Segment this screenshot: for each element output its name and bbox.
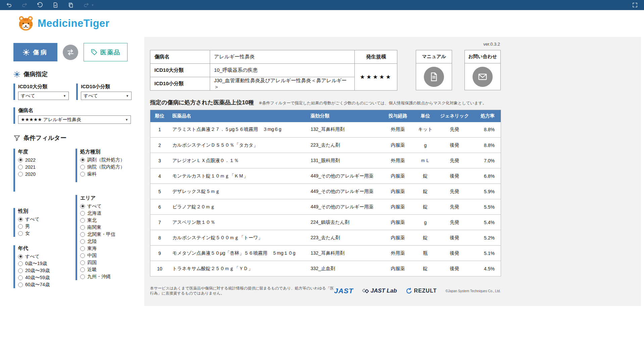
radio-option[interactable]: 東北	[80, 217, 134, 224]
redo-menu[interactable]: ▼	[83, 1, 94, 9]
disease-name-select[interactable]: ★★★★★ アレルギー性鼻炎 ▼	[18, 115, 131, 124]
radio-option[interactable]: 南関東	[80, 224, 134, 231]
undo-icon[interactable]	[5, 1, 13, 9]
swap-mode-button[interactable]	[63, 45, 78, 60]
redo-menu-icon	[83, 1, 90, 9]
cell-rate: 6.8%	[473, 168, 501, 184]
radio-icon[interactable]	[18, 268, 23, 273]
disease-mode-button[interactable]: 傷病	[13, 43, 57, 61]
funnel-icon	[13, 135, 20, 142]
icd10-minor-select[interactable]: すべて ▼	[81, 92, 132, 100]
radio-icon[interactable]	[80, 158, 85, 162]
restore-page-icon[interactable]	[52, 1, 59, 9]
medicine-mode-button[interactable]: 医薬品	[84, 43, 128, 61]
radio-icon[interactable]	[80, 225, 85, 230]
radio-icon[interactable]	[80, 165, 85, 169]
undo-history-icon[interactable]	[36, 1, 44, 9]
radio-icon[interactable]	[80, 211, 85, 216]
radio-option[interactable]: 九州・沖縄	[80, 273, 134, 280]
radio-option[interactable]: 北関東・甲信	[80, 231, 134, 238]
cell-unit: 瓶	[414, 246, 437, 261]
radio-option[interactable]: 2022	[18, 156, 70, 163]
radio-icon[interactable]	[80, 267, 85, 272]
cell-generic: 後発	[437, 261, 473, 276]
radio-icon[interactable]	[18, 165, 23, 169]
contact-button[interactable]: お問い合わせ	[464, 50, 501, 90]
radio-label: 病院（院内処方）	[87, 164, 125, 170]
radio-icon[interactable]	[18, 231, 23, 236]
radio-option[interactable]: 近畿	[80, 266, 134, 273]
radio-option[interactable]: 四国	[80, 259, 134, 266]
radio-icon[interactable]	[80, 260, 85, 265]
radio-option[interactable]: 調剤（院外処方）	[80, 156, 134, 163]
copy-page-icon[interactable]	[67, 1, 75, 9]
cell-unit: 錠	[414, 261, 437, 276]
info-icd-major-label: ICD10大分類	[150, 64, 210, 77]
radio-icon[interactable]	[80, 239, 85, 244]
radio-option[interactable]: 東海	[80, 245, 134, 252]
radio-icon[interactable]	[18, 261, 23, 266]
radio-option[interactable]: すべて	[18, 216, 70, 223]
radio-icon[interactable]	[80, 204, 85, 209]
cell-route: 内服薬	[382, 261, 414, 276]
icd10-minor-label: ICD10小分類	[81, 84, 132, 90]
radio-icon[interactable]	[80, 172, 85, 176]
header-medicine-name: 医薬品名	[169, 110, 307, 122]
fullscreen-icon[interactable]	[631, 1, 639, 9]
radio-label: すべて	[87, 203, 102, 209]
radio-option[interactable]: 60歳〜74歳	[18, 281, 70, 288]
app-logo[interactable]: MedicineTiger	[17, 15, 109, 32]
radio-option[interactable]: 北海道	[80, 210, 134, 217]
radio-option[interactable]: 2021	[18, 163, 70, 170]
radio-option[interactable]: 北陸	[80, 238, 134, 245]
cell-route: 内服薬	[382, 230, 414, 246]
filter-group: 年代すべて0歳〜19歳20歳〜39歳40歳〜59歳60歳〜74歳	[13, 245, 70, 288]
radio-option[interactable]: 男	[18, 223, 70, 230]
cell-efficacy-class: 132_耳鼻科用剤	[307, 122, 382, 138]
disease-mode-label: 傷病	[33, 48, 48, 56]
tiger-icon	[17, 15, 34, 32]
cell-rank: 3	[150, 153, 169, 168]
radio-icon[interactable]	[80, 218, 85, 223]
radio-label: すべて	[25, 254, 40, 260]
radio-option[interactable]: 40歳〜59歳	[18, 274, 70, 281]
radio-label: 北海道	[87, 210, 101, 216]
cell-unit: 錠	[414, 199, 437, 215]
radio-option[interactable]: 2020	[18, 170, 70, 177]
radio-icon[interactable]	[18, 282, 23, 287]
radio-option[interactable]: すべて	[80, 203, 134, 210]
radio-icon[interactable]	[18, 254, 23, 259]
cell-efficacy-class: 223_去たん剤	[307, 230, 382, 246]
radio-label: 近畿	[87, 267, 97, 273]
radio-option[interactable]: 歯科	[80, 170, 134, 177]
radio-icon[interactable]	[18, 172, 23, 176]
radio-option[interactable]: すべて	[18, 253, 70, 260]
radio-label: 2021	[25, 164, 36, 170]
virus-icon	[13, 71, 20, 78]
radio-icon[interactable]	[18, 217, 23, 222]
manual-button[interactable]: マニュアル	[416, 50, 452, 90]
radio-option[interactable]: 中国	[80, 252, 134, 259]
radio-option[interactable]: 病院（院内処方）	[80, 163, 134, 170]
cell-medicine-name: アレジオンＬＸ点眼液０．１％	[169, 153, 307, 168]
radio-icon[interactable]	[18, 158, 23, 162]
cell-medicine-name: デザレックス錠５ｍｇ	[169, 184, 307, 199]
radio-icon[interactable]	[80, 232, 85, 237]
radio-icon[interactable]	[80, 274, 85, 279]
sidebar: 傷病 医薬品 傷病指定 ICD10大分類	[0, 37, 144, 306]
radio-label: 60歳〜74歳	[25, 282, 50, 288]
jast-logo: JAST	[334, 287, 353, 295]
radio-option[interactable]: 0歳〜19歳	[18, 260, 70, 267]
radio-option[interactable]: 20歳〜39歳	[18, 267, 70, 274]
radio-icon[interactable]	[80, 253, 85, 258]
table-row: 4モンテルカスト錠１０ｍｇ「ＫＭ」449_その他のアレルギー用薬内服薬錠後発6.…	[150, 168, 501, 184]
radio-label: 東北	[87, 217, 97, 223]
radio-icon[interactable]	[18, 224, 23, 229]
icd10-major-select[interactable]: すべて ▼	[18, 92, 69, 100]
radio-icon[interactable]	[80, 246, 85, 251]
radio-icon[interactable]	[18, 275, 23, 280]
cell-rank: 2	[150, 138, 169, 153]
header-route: 投与経路	[382, 110, 414, 122]
medicine-ranking-table: 順位 医薬品名 薬効分類 投与経路 単位 ジェネリック 処方率 1アラミスト点鼻…	[150, 110, 501, 276]
radio-option[interactable]: 女	[18, 230, 70, 237]
